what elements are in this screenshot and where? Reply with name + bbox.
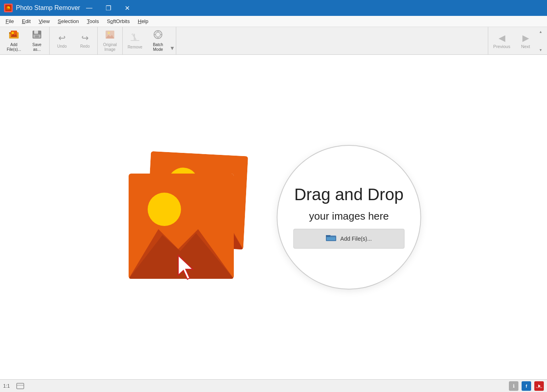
batch-mode-label: BatchMode: [153, 42, 163, 52]
toolbar-group-image: OriginalImage: [98, 27, 123, 54]
save-as-label: Saveas...: [33, 42, 42, 52]
facebook-icon[interactable]: f: [522, 381, 531, 391]
batch-mode-icon: [153, 30, 163, 42]
nav-scroll-up[interactable]: ▲: [539, 30, 543, 34]
status-bar: 1:1 ℹ f You Tube: [0, 379, 547, 392]
next-arrow-icon: ▶: [522, 33, 529, 43]
original-image-label: OriginalImage: [103, 42, 117, 52]
batch-mode-button[interactable]: BatchMode: [146, 29, 169, 53]
toolbar-group-files: AddFile(s)... Saveas...: [2, 27, 50, 54]
main-area[interactable]: Drag and Drop your images here Add File(…: [0, 55, 547, 379]
svg-marker-41: [326, 235, 331, 237]
undo-icon: ↩: [58, 33, 65, 43]
save-as-button[interactable]: Saveas...: [25, 29, 48, 53]
app-icon: [4, 4, 13, 12]
add-files-circle-button[interactable]: Add File(s)...: [293, 229, 404, 249]
undo-label: Undo: [57, 44, 67, 48]
svg-marker-38: [178, 255, 193, 279]
next-button[interactable]: ▶ Next: [514, 29, 537, 53]
add-files-button[interactable]: AddFile(s)...: [2, 29, 25, 53]
title-bar: Photo Stamp Remover — ❐ ✕: [0, 0, 547, 16]
remove-label: Remove: [127, 45, 142, 49]
status-size-indicator: [16, 383, 24, 389]
redo-button[interactable]: ↪ Redo: [73, 29, 96, 53]
drag-drop-text: Drag and Drop: [294, 185, 403, 204]
add-files-icon: [8, 30, 19, 42]
svg-text:You Tube: You Tube: [536, 386, 542, 388]
svg-point-23: [156, 32, 160, 37]
previous-arrow-icon: ◀: [499, 33, 505, 43]
menu-selection[interactable]: Selection: [54, 17, 83, 26]
title-text: Photo Stamp Remover: [16, 4, 80, 12]
youtube-icon[interactable]: You Tube: [534, 381, 544, 391]
add-files-label: AddFile(s)...: [7, 42, 21, 52]
cursor-icon: [176, 253, 198, 283]
menu-bar: File Edit View Selection Tools SoftOrbit…: [0, 16, 547, 27]
next-label: Next: [521, 44, 530, 49]
drop-circle: Drag and Drop your images here Add File(…: [277, 146, 420, 289]
add-files-circle-label: Add File(s)...: [340, 236, 372, 242]
original-image-icon: [105, 30, 115, 42]
svg-rect-20: [134, 34, 135, 40]
undo-button[interactable]: ↩ Undo: [50, 29, 73, 53]
svg-rect-42: [327, 237, 335, 240]
save-icon: [32, 30, 42, 42]
redo-label: Redo: [80, 44, 90, 48]
toolbar: AddFile(s)... Saveas... ↩ Undo ↪ Redo: [0, 27, 547, 55]
menu-file[interactable]: File: [2, 17, 18, 26]
svg-point-35: [148, 193, 181, 226]
previous-label: Previous: [493, 44, 510, 49]
minimize-button[interactable]: —: [80, 0, 98, 16]
menu-help[interactable]: Help: [134, 17, 152, 26]
navigation-area: ◀ Previous ▶ Next ▲ ▼: [488, 27, 545, 54]
info-icon[interactable]: ℹ: [509, 381, 518, 391]
menu-view[interactable]: View: [35, 17, 54, 26]
previous-button[interactable]: ◀ Previous: [490, 29, 514, 53]
svg-rect-11: [34, 31, 38, 34]
close-button[interactable]: ✕: [118, 0, 137, 16]
zoom-level: 1:1: [3, 383, 10, 389]
circle-overlay: Drag and Drop your images here Add File(…: [277, 146, 420, 289]
remove-button[interactable]: Remove: [123, 29, 146, 53]
redo-icon: ↪: [81, 33, 89, 43]
original-image-button[interactable]: OriginalImage: [98, 29, 121, 53]
nav-scroll-down[interactable]: ▼: [539, 48, 543, 52]
remove-icon: [130, 32, 140, 44]
svg-rect-18: [131, 40, 139, 41]
svg-point-8: [12, 32, 14, 34]
toolbar-group-remove: Remove BatchMode ▼: [123, 27, 176, 54]
toolbar-expand-arrow[interactable]: ▼: [169, 45, 175, 51]
svg-point-16: [108, 32, 110, 34]
menu-edit[interactable]: Edit: [18, 17, 35, 26]
svg-rect-13: [35, 35, 39, 37]
menu-softorbits[interactable]: SoftOrbits: [103, 17, 134, 26]
photo-illustration: [127, 150, 254, 285]
drop-zone[interactable]: Drag and Drop your images here Add File(…: [127, 146, 420, 289]
menu-tools[interactable]: Tools: [83, 17, 103, 26]
title-controls: — ❐ ✕: [80, 0, 137, 16]
maximize-button[interactable]: ❐: [99, 0, 117, 16]
toolbar-group-edit: ↩ Undo ↪ Redo: [50, 27, 98, 54]
svg-rect-43: [17, 383, 24, 389]
status-bar-right: ℹ f You Tube: [509, 381, 544, 391]
folder-icon: [326, 233, 336, 244]
drag-drop-subtext: your images here: [309, 210, 389, 222]
